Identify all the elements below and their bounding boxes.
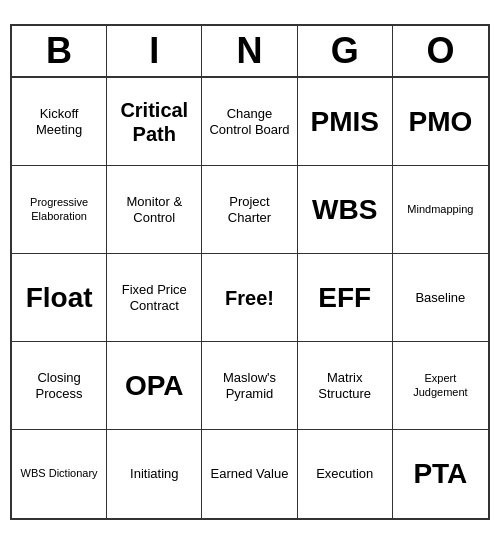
cell-label: Expert Judgement	[397, 372, 484, 398]
cell-label: Change Control Board	[206, 106, 292, 137]
bingo-cell[interactable]: Fixed Price Contract	[107, 254, 202, 342]
bingo-cell[interactable]: Float	[12, 254, 107, 342]
bingo-cell[interactable]: PMIS	[298, 78, 393, 166]
bingo-cell[interactable]: Mindmapping	[393, 166, 488, 254]
bingo-grid: Kickoff MeetingCritical PathChange Contr…	[12, 78, 488, 518]
cell-label: PMIS	[310, 105, 378, 139]
bingo-cell[interactable]: Closing Process	[12, 342, 107, 430]
bingo-cell[interactable]: Critical Path	[107, 78, 202, 166]
cell-label: Kickoff Meeting	[16, 106, 102, 137]
bingo-cell[interactable]: PTA	[393, 430, 488, 518]
cell-label: PMO	[409, 105, 473, 139]
bingo-cell[interactable]: Change Control Board	[202, 78, 297, 166]
bingo-cell[interactable]: Expert Judgement	[393, 342, 488, 430]
cell-label: Project Charter	[206, 194, 292, 225]
bingo-header: BINGO	[12, 26, 488, 78]
cell-label: Baseline	[415, 290, 465, 306]
cell-label: PTA	[413, 457, 467, 491]
cell-label: Free!	[225, 286, 274, 310]
cell-label: Critical Path	[111, 98, 197, 146]
bingo-cell[interactable]: Kickoff Meeting	[12, 78, 107, 166]
bingo-cell[interactable]: WBS Dictionary	[12, 430, 107, 518]
bingo-cell[interactable]: Initiating	[107, 430, 202, 518]
header-letter: G	[298, 26, 393, 76]
cell-label: Progressive Elaboration	[16, 196, 102, 222]
bingo-cell[interactable]: Progressive Elaboration	[12, 166, 107, 254]
bingo-cell[interactable]: WBS	[298, 166, 393, 254]
header-letter: B	[12, 26, 107, 76]
bingo-cell[interactable]: Earned Value	[202, 430, 297, 518]
bingo-cell[interactable]: Free!	[202, 254, 297, 342]
cell-label: WBS	[312, 193, 377, 227]
cell-label: Closing Process	[16, 370, 102, 401]
bingo-cell[interactable]: Monitor & Control	[107, 166, 202, 254]
bingo-card: BINGO Kickoff MeetingCritical PathChange…	[10, 24, 490, 520]
cell-label: Monitor & Control	[111, 194, 197, 225]
cell-label: WBS Dictionary	[21, 467, 98, 480]
cell-label: Maslow's Pyramid	[206, 370, 292, 401]
header-letter: N	[202, 26, 297, 76]
bingo-cell[interactable]: PMO	[393, 78, 488, 166]
cell-label: Mindmapping	[407, 203, 473, 216]
bingo-cell[interactable]: Matrix Structure	[298, 342, 393, 430]
bingo-cell[interactable]: Maslow's Pyramid	[202, 342, 297, 430]
bingo-cell[interactable]: Project Charter	[202, 166, 297, 254]
cell-label: OPA	[125, 369, 184, 403]
cell-label: Execution	[316, 466, 373, 482]
bingo-cell[interactable]: Baseline	[393, 254, 488, 342]
header-letter: O	[393, 26, 488, 76]
bingo-cell[interactable]: Execution	[298, 430, 393, 518]
cell-label: Matrix Structure	[302, 370, 388, 401]
cell-label: Float	[26, 281, 93, 315]
cell-label: Earned Value	[211, 466, 289, 482]
cell-label: EFF	[318, 281, 371, 315]
bingo-cell[interactable]: EFF	[298, 254, 393, 342]
cell-label: Fixed Price Contract	[111, 282, 197, 313]
header-letter: I	[107, 26, 202, 76]
cell-label: Initiating	[130, 466, 178, 482]
bingo-cell[interactable]: OPA	[107, 342, 202, 430]
